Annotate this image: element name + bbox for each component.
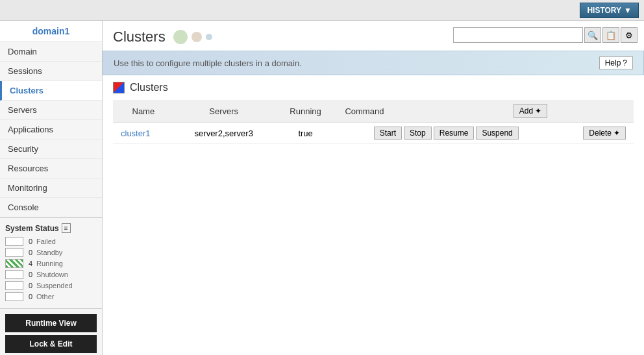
delete-button[interactable]: Delete ✦ xyxy=(583,127,626,140)
sidebar-item-console[interactable]: Console xyxy=(0,198,102,217)
section-title-text: Clusters xyxy=(130,82,168,93)
system-status-header: System Status ≡ xyxy=(5,223,97,233)
status-standby: 0 Standby xyxy=(5,248,97,257)
domain-title[interactable]: domain1 xyxy=(0,21,102,42)
circle-medium xyxy=(192,32,202,42)
search-button[interactable]: 🔍 xyxy=(584,27,601,43)
col-running: Running xyxy=(274,100,338,123)
sidebar-bottom: Runtime View Lock & Edit xyxy=(0,308,102,355)
clusters-section: Clusters Name Servers Running Command Ad… xyxy=(103,75,644,355)
sidebar-item-domain[interactable]: Domain xyxy=(0,42,102,62)
main-layout: domain1 Domain Sessions Clusters Servers… xyxy=(0,21,644,355)
sidebar-item-resources[interactable]: Resources xyxy=(0,159,102,178)
page-title: Clusters xyxy=(113,29,166,45)
runtime-view-button[interactable]: Runtime View xyxy=(5,314,97,332)
clusters-table: Name Servers Running Command Add ✦ xyxy=(113,100,634,144)
status-box-suspended xyxy=(5,281,23,290)
col-name: Name xyxy=(113,100,174,123)
chevron-down-icon: ▼ xyxy=(624,6,632,15)
top-bar: HISTORY ▼ xyxy=(0,0,644,21)
col-servers: Servers xyxy=(174,100,274,123)
status-failed: 0 Failed xyxy=(5,237,97,246)
cluster-name-link[interactable]: cluster1 xyxy=(121,129,151,138)
info-text: Use this to configure multiple clusters … xyxy=(114,58,302,68)
system-status-icon: ≡ xyxy=(62,223,71,233)
suspend-button[interactable]: Suspend xyxy=(476,127,518,140)
history-label: HISTORY xyxy=(587,6,621,15)
section-title-row: Clusters xyxy=(113,82,634,93)
sidebar-item-applications[interactable]: Applications xyxy=(0,120,102,140)
sidebar-item-monitoring[interactable]: Monitoring xyxy=(0,178,102,198)
delete-icon: ✦ xyxy=(613,129,620,138)
add-icon: ✦ xyxy=(535,106,541,116)
settings-button[interactable]: ⚙ xyxy=(621,27,638,43)
status-box-running xyxy=(5,259,23,268)
table-row: cluster1 server2,server3 true Start Stop… xyxy=(113,123,634,144)
delete-wrap: Delete ✦ xyxy=(563,127,626,140)
cluster-name-cell: cluster1 xyxy=(113,123,174,144)
status-box-other xyxy=(5,292,23,301)
status-box-failed xyxy=(5,237,23,246)
lock-edit-button[interactable]: Lock & Edit xyxy=(5,335,97,353)
upload-button[interactable]: 📋 xyxy=(602,27,619,43)
circle-large xyxy=(173,30,188,44)
add-button[interactable]: Add ✦ xyxy=(514,104,547,118)
question-icon: ? xyxy=(623,58,627,67)
status-running: 4 Running xyxy=(5,259,97,268)
content-area: Clusters 🔍 📋 ⚙ Use this to configure mul… xyxy=(103,21,644,355)
cluster-delete-cell: Delete ✦ xyxy=(555,123,634,144)
cluster-servers-cell: server2,server3 xyxy=(174,123,274,144)
status-shutdown: 0 Shutdown xyxy=(5,270,97,279)
status-other: 0 Other xyxy=(5,292,97,301)
search-input[interactable] xyxy=(453,27,583,43)
status-suspended: 0 Suspended xyxy=(5,281,97,290)
col-delete-header xyxy=(555,100,634,123)
sidebar: domain1 Domain Sessions Clusters Servers… xyxy=(0,21,103,355)
cluster-command-cell: Start Stop Resume Suspend xyxy=(337,123,555,144)
circle-small xyxy=(206,34,212,40)
sidebar-item-clusters[interactable]: Clusters xyxy=(0,81,102,101)
help-button[interactable]: Help ? xyxy=(599,56,633,69)
sidebar-item-servers[interactable]: Servers xyxy=(0,101,102,120)
sidebar-item-sessions[interactable]: Sessions xyxy=(0,62,102,81)
info-banner: Use this to configure multiple clusters … xyxy=(103,51,644,75)
cluster-running-cell: true xyxy=(274,123,338,144)
resume-button[interactable]: Resume xyxy=(434,127,475,140)
start-button[interactable]: Start xyxy=(374,127,402,140)
history-button[interactable]: HISTORY ▼ xyxy=(580,3,639,18)
system-status-panel: System Status ≡ 0 Failed 0 Standby 4 Run… xyxy=(0,217,102,308)
stop-button[interactable]: Stop xyxy=(404,127,432,140)
table-header-row: Name Servers Running Command Add ✦ xyxy=(113,100,634,123)
command-buttons: Start Stop Resume Suspend xyxy=(345,127,547,140)
col-command: Command Add ✦ xyxy=(337,100,555,123)
sidebar-nav: Domain Sessions Clusters Servers Applica… xyxy=(0,42,102,217)
title-decoration xyxy=(173,30,212,44)
sidebar-item-security[interactable]: Security xyxy=(0,140,102,159)
content-header: Clusters 🔍 📋 ⚙ xyxy=(103,21,644,51)
clusters-icon xyxy=(113,82,125,93)
search-bar: 🔍 📋 ⚙ xyxy=(453,27,638,43)
status-box-shutdown xyxy=(5,270,23,279)
status-box-standby xyxy=(5,248,23,257)
